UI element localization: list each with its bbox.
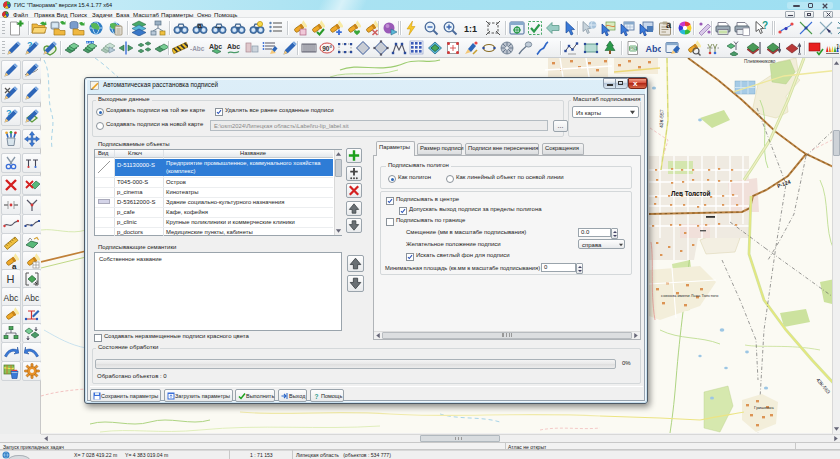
svg-text:a: a xyxy=(666,20,672,30)
svg-text:-Abc: -Abc xyxy=(190,45,205,52)
svg-text:H: H xyxy=(7,273,15,285)
svg-text:совхоза имени Льва Толстого: совхоза имени Льва Толстого xyxy=(661,293,719,298)
svg-text:Abc: Abc xyxy=(25,293,40,303)
svg-text:?: ? xyxy=(315,392,319,399)
svg-text:PND: PND xyxy=(630,47,638,51)
svg-text:Abc: Abc xyxy=(4,293,19,303)
svg-text:a: a xyxy=(12,262,17,270)
svg-text:Abc: Abc xyxy=(227,43,240,50)
svg-text:43К-557: 43К-557 xyxy=(658,109,665,128)
svg-text:?: ? xyxy=(27,40,33,50)
svg-text:Племянниково: Племянниково xyxy=(744,59,776,64)
svg-text:Abc: Abc xyxy=(646,44,662,54)
svg-text:Гришевка: Гришевка xyxy=(754,405,774,410)
svg-text:?: ? xyxy=(6,108,12,118)
svg-text:Лев Толстой: Лев Толстой xyxy=(671,190,710,197)
svg-text:90°: 90° xyxy=(322,45,332,52)
svg-text:1:1: 1:1 xyxy=(464,24,477,34)
svg-text:...: ... xyxy=(215,21,222,30)
svg-text:?: ? xyxy=(762,20,768,31)
svg-text:a: a xyxy=(198,21,203,30)
